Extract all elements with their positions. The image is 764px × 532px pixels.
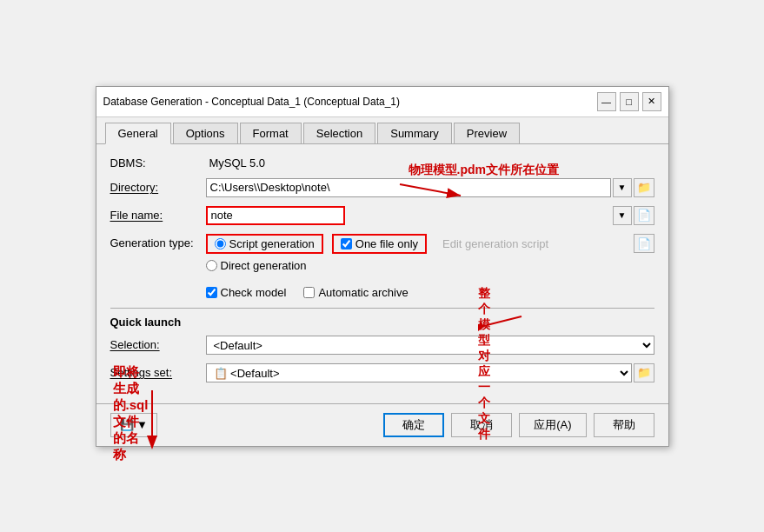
window-title: Database Generation - Conceptual Data_1 … bbox=[103, 96, 401, 108]
directory-browse-btn[interactable]: 📁 bbox=[634, 178, 654, 197]
filename-label: File name: bbox=[110, 209, 206, 222]
settings-set-select[interactable]: 📋 <Default> bbox=[206, 363, 632, 382]
directory-dropdown-btn[interactable]: ▼ bbox=[613, 178, 632, 197]
one-file-only-checkbox[interactable] bbox=[341, 238, 352, 249]
tab-preview[interactable]: Preview bbox=[454, 123, 520, 143]
minimize-button[interactable]: — bbox=[597, 92, 616, 111]
selection-select[interactable]: <Default> bbox=[206, 336, 654, 355]
tab-options[interactable]: Options bbox=[173, 123, 238, 143]
tab-summary[interactable]: Summary bbox=[377, 123, 452, 143]
check-model-item: Check model bbox=[206, 286, 287, 299]
close-button[interactable]: ✕ bbox=[642, 92, 661, 111]
dbms-label: DBMS: bbox=[110, 156, 206, 170]
one-file-only-label: One file only bbox=[355, 237, 418, 250]
direct-generation-option: Direct generation bbox=[206, 259, 307, 272]
filename-browse-btn[interactable]: 📄 bbox=[634, 206, 654, 225]
settings-set-input-group: 📋 <Default> 📁 bbox=[206, 363, 654, 382]
maximize-button[interactable]: □ bbox=[620, 92, 639, 111]
save-section: 💾 ▼ bbox=[110, 413, 157, 437]
filename-input-group: ▼ 📄 bbox=[206, 206, 654, 225]
direct-generation-radio[interactable] bbox=[206, 260, 217, 271]
tab-format[interactable]: Format bbox=[240, 123, 302, 143]
title-bar: Database Generation - Conceptual Data_1 … bbox=[96, 87, 668, 117]
window-controls: — □ ✕ bbox=[597, 92, 661, 111]
directory-row: Directory: ▼ 📁 bbox=[110, 178, 654, 197]
selection-row: Selection: <Default> bbox=[110, 336, 654, 355]
settings-set-row: Settings set: 📋 <Default> 📁 bbox=[110, 363, 654, 382]
cancel-button[interactable]: 取消 bbox=[451, 413, 512, 437]
script-generation-option: Script generation bbox=[206, 234, 323, 254]
script-generation-radio[interactable] bbox=[215, 238, 226, 249]
direct-row: Direct generation bbox=[206, 259, 654, 272]
one-file-only-option: One file only bbox=[332, 234, 427, 254]
generation-options: Script generation One file only Edit gen… bbox=[206, 234, 654, 277]
action-buttons: 确定 取消 应用(A) 帮助 bbox=[383, 413, 654, 437]
ok-button[interactable]: 确定 bbox=[383, 413, 444, 437]
tab-bar: General Options Format Selection Summary… bbox=[96, 117, 668, 144]
directory-input[interactable] bbox=[206, 178, 611, 197]
tab-selection[interactable]: Selection bbox=[303, 123, 375, 143]
edit-gen-btn[interactable]: 📄 bbox=[634, 234, 654, 253]
selection-input-group: <Default> bbox=[206, 336, 654, 355]
check-model-label: Check model bbox=[221, 286, 287, 299]
settings-browse-btn[interactable]: 📁 bbox=[634, 363, 654, 382]
filename-input[interactable] bbox=[206, 206, 345, 225]
selection-label: Selection: bbox=[110, 338, 206, 351]
automatic-archive-item: Automatic archive bbox=[303, 286, 408, 299]
tab-general[interactable]: General bbox=[105, 123, 171, 144]
directory-label: Directory: bbox=[110, 181, 206, 194]
filename-dropdown-btn[interactable]: ▼ bbox=[613, 206, 632, 225]
script-generation-label: Script generation bbox=[229, 237, 315, 250]
check-model-checkbox[interactable] bbox=[206, 287, 217, 298]
edit-generation-label: Edit generation script bbox=[442, 237, 548, 250]
settings-set-label: Settings set: bbox=[110, 366, 206, 379]
filename-row: File name: ▼ 📄 bbox=[110, 206, 654, 225]
automatic-archive-checkbox[interactable] bbox=[303, 287, 315, 298]
content-area: DBMS: MySQL 5.0 Directory: ▼ 📁 File name… bbox=[96, 144, 668, 403]
dbms-value: MySQL 5.0 bbox=[209, 156, 266, 170]
help-button[interactable]: 帮助 bbox=[594, 413, 654, 437]
apply-button[interactable]: 应用(A) bbox=[519, 413, 586, 437]
divider bbox=[110, 308, 654, 309]
main-window: Database Generation - Conceptual Data_1 … bbox=[96, 86, 669, 447]
check-model-row: Check model Automatic archive bbox=[206, 286, 654, 299]
direct-generation-label: Direct generation bbox=[221, 259, 307, 272]
generation-type-label: Generation type: bbox=[110, 234, 206, 249]
bottom-bar: 💾 ▼ 确定 取消 应用(A) 帮助 bbox=[96, 403, 668, 446]
quick-launch-heading: Quick launch bbox=[110, 316, 654, 329]
save-button[interactable]: 💾 ▼ bbox=[110, 413, 157, 437]
generation-type-row: Generation type: Script generation One f… bbox=[110, 234, 654, 277]
automatic-archive-label: Automatic archive bbox=[318, 286, 408, 299]
dbms-row: DBMS: MySQL 5.0 bbox=[110, 156, 654, 170]
directory-input-group: ▼ 📁 bbox=[206, 178, 654, 197]
script-row: Script generation One file only Edit gen… bbox=[206, 234, 654, 254]
